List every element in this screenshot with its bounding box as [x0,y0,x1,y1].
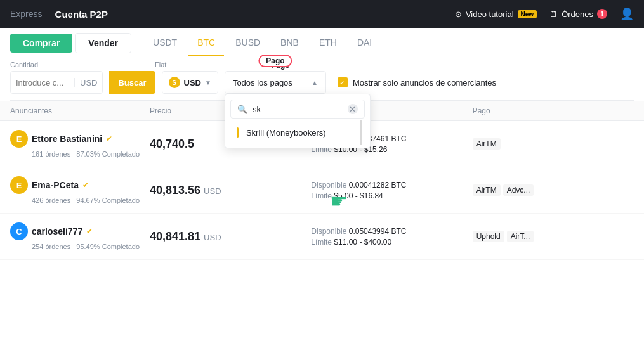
nav-p2p: Cuenta P2P [55,9,108,20]
pago-circle: Pago [258,55,292,67]
payment-tags: AirTMAdvc... [473,184,634,196]
table-row: C carloseli777 ✔ 254 órdenes 95.49% Comp… [0,214,644,260]
advertiser-name-row: C carloseli777 ✔ [10,222,150,240]
pay-tag: AirTM [473,138,501,150]
amount-currency: USD [74,78,102,87]
nav-orders[interactable]: 🗒 Órdenes 1 [549,9,607,19]
verified-icon: ✔ [86,227,93,236]
advertiser-name[interactable]: Ettore Bastianini [32,134,102,144]
pago-wrapper: Pago Todos los pagos ▲ 🔍 ✕ Skrill (Money… [225,71,326,94]
crypto-tab-bnb[interactable]: BNB [272,30,308,56]
limit-cell: Disponible 0.05043994 BTC Límite $11.00 … [311,227,472,247]
limit-row: Límite $11.00 - $400.00 [311,238,472,247]
fiat-label-top: Fiat [155,61,215,70]
crypto-tab-usdt[interactable]: USDT [144,30,186,56]
merchant-label: Mostrar solo anuncios de comerciantes [353,78,496,87]
pago-circle-text: Pago [258,55,292,67]
avatar: E [10,130,28,148]
tab-bar: Comprar Vender USDT BTC BUSD BNB ETH DAI [0,28,644,58]
orders-label: Órdenes [562,10,593,19]
sell-tab[interactable]: Vender [75,33,131,53]
crypto-tab-btc[interactable]: BTC [188,30,224,56]
nav-tutorial[interactable]: ⊙ Video tutorial New [455,10,537,19]
dropdown-search-box[interactable]: 🔍 ✕ [230,100,365,119]
available-row: Disponible 0.00041282 BTC [311,181,472,190]
advertiser-name[interactable]: Ema-PCeta [32,180,79,190]
video-icon: ⊙ [455,10,462,19]
top-nav: Express Cuenta P2P ⊙ Video tutorial New … [0,0,644,28]
pay-tag: AirT... [507,231,534,242]
nav-right: ⊙ Video tutorial New 🗒 Órdenes 1 👤 [455,7,634,21]
available-row: Disponible 0.05043994 BTC [311,227,472,236]
orders-count-badge: 1 [597,9,607,19]
verified-icon: ✔ [106,134,112,143]
payment-tags: UpholdAirT... [473,231,634,242]
pay-tag: AirTM [473,184,501,196]
user-icon[interactable]: 👤 [620,7,634,21]
advertiser-cell: E Ema-PCeta ✔ 426 órdenes 94.67% Complet… [10,176,150,204]
amount-input[interactable] [11,78,74,87]
fiat-currency-label: USD [184,78,201,87]
skrill-label: Skrill (Moneybookers) [246,128,326,138]
nav-express[interactable]: Express [10,9,43,19]
advertiser-cell: C carloseli777 ✔ 254 órdenes 95.49% Comp… [10,222,150,250]
limit-cell: Disponible 0.00041282 BTC Límite $5.00 -… [311,181,472,200]
price-currency: USD [204,186,221,196]
selected-indicator [237,127,239,138]
amount-input-group[interactable]: USD [10,71,103,94]
pago-dropdown: 🔍 ✕ Skrill (Moneybookers) [225,94,371,148]
avatar: E [10,176,28,194]
tutorial-label: Video tutorial [466,10,514,19]
dropdown-scrollbar[interactable] [360,120,362,145]
advertiser-stats: 426 órdenes 94.67% Completado [10,197,150,204]
dropdown-item-skrill[interactable]: Skrill (Moneybookers) [230,122,365,143]
advertiser-stats: 254 órdenes 95.49% Completado [10,243,150,250]
price-currency: USD [204,233,221,242]
limit-row: Límite $5.00 - $16.84 [311,191,472,200]
dropdown-search-input[interactable] [253,105,343,114]
advertiser-name[interactable]: carloseli777 [32,226,82,236]
verified-icon: ✔ [82,181,89,190]
filter-row: USD Buscar $ USD ▼ Pago Todos los pagos … [10,71,634,101]
merchant-checkbox-group[interactable]: ✓ Mostrar solo anuncios de comerciantes [338,77,496,87]
advertiser-name-row: E Ettore Bastianini ✔ [10,130,150,148]
fiat-select[interactable]: $ USD ▼ [162,71,218,94]
orders-icon: 🗒 [549,10,558,19]
price-cell: 40,813.56 USD [150,184,311,197]
price-cell: 40,841.81 USD [150,230,311,243]
pago-chevron-icon: ▲ [312,79,318,86]
pago-select[interactable]: Todos los pagos ▲ [225,71,326,94]
buy-tab[interactable]: Comprar [10,34,72,53]
table-row: E Ema-PCeta ✔ 426 órdenes 94.67% Complet… [0,167,644,214]
payment-tags: AirTM [473,138,634,150]
fiat-flag: $ [169,77,180,88]
nav-left: Express Cuenta P2P [10,9,108,20]
avatar: C [10,222,28,240]
merchant-checkbox[interactable]: ✓ [338,77,348,87]
crypto-tab-dai[interactable]: DAI [348,30,381,56]
crypto-tab-busd[interactable]: BUSD [227,30,269,56]
advertiser-stats: 161 órdenes 87.03% Completado [10,150,150,158]
crypto-tab-eth[interactable]: ETH [310,30,346,56]
dropdown-search-icon: 🔍 [237,105,247,114]
advertiser-cell: E Ettore Bastianini ✔ 161 órdenes 87.03%… [10,130,150,158]
dropdown-clear-icon[interactable]: ✕ [348,104,358,114]
pay-tag: Uphold [473,231,504,242]
search-button[interactable]: Buscar [109,71,155,94]
fiat-chevron-icon: ▼ [205,79,211,86]
pago-value: Todos los pagos [233,78,308,87]
col-anunciantes: Anunciantes [10,106,150,115]
pay-tag: Advc... [503,184,534,196]
cantidad-label: Cantidad [10,61,150,70]
advertiser-name-row: E Ema-PCeta ✔ [10,176,150,194]
col-pago: Pago [473,106,634,115]
new-badge: New [518,10,537,18]
